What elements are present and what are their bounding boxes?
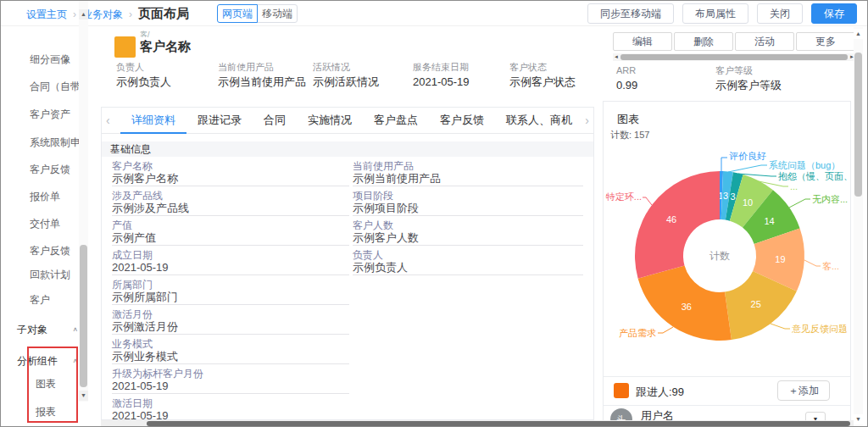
- detail-panel: ‹ 详细资料跟进记录合同实施情况客户盘点客户反馈联系人、商机 › 基础信息 客户…: [101, 107, 594, 420]
- sidebar-item[interactable]: 客户: [30, 291, 79, 308]
- breadcrumb-link[interactable]: 业务对象: [82, 8, 123, 20]
- form-field-value: 示例客户名称: [112, 172, 349, 186]
- chart-center-label: 计数: [709, 250, 730, 262]
- record-action-button-3[interactable]: 更多: [796, 32, 855, 51]
- record-avatar: [114, 36, 136, 58]
- view-toggle-mobile[interactable]: 移动端: [257, 4, 298, 23]
- top-action-button-1[interactable]: 布局属性: [682, 3, 748, 24]
- card-horizontal-scrollbar[interactable]: ◄ ►: [613, 53, 855, 61]
- follow-up-icon: [614, 383, 629, 398]
- form-field-label: 负责人: [353, 249, 583, 261]
- label-leader-line: [728, 165, 767, 172]
- tab-2[interactable]: 合同: [253, 108, 297, 134]
- record-action-button-0[interactable]: 编辑: [613, 32, 672, 51]
- sidebar-item[interactable]: 细分画像: [30, 51, 79, 68]
- label-leader-line: [658, 327, 673, 333]
- sidebar-item[interactable]: 系统限制申请明细: [30, 134, 79, 151]
- sidebar-item[interactable]: 客户资产: [30, 106, 79, 123]
- segment-value: 19: [775, 254, 785, 264]
- chart-segment-label: 特定环...: [604, 191, 642, 202]
- form-field: 涉及产品线示例涉及产品线: [112, 190, 349, 216]
- segment-value: 36: [682, 302, 692, 312]
- form-field-label: 激活月份: [112, 308, 349, 320]
- main-scrollbar-thumb[interactable]: [854, 53, 862, 197]
- card-field: 活跃情况示例活跃情况: [313, 61, 379, 90]
- bottom-horizontal-scrollbar[interactable]: [101, 420, 854, 427]
- sidebar-item[interactable]: 客户反馈: [30, 242, 79, 259]
- form-field-value: 示例产值: [112, 231, 349, 245]
- scroll-left-icon[interactable]: ◄: [613, 53, 620, 61]
- section-title: 基础信息: [102, 141, 593, 157]
- scroll-down-icon[interactable]: ▼: [79, 391, 88, 401]
- record-action-button-2[interactable]: 活动: [735, 32, 794, 51]
- form-field: 负责人示例负责人: [353, 249, 583, 275]
- tab-bar: ‹ 详细资料跟进记录合同实施情况客户盘点客户反馈联系人、商机 ›: [102, 108, 593, 134]
- form-field-label: 产值: [112, 219, 349, 231]
- tabs-scroll-right-icon[interactable]: ›: [585, 108, 589, 134]
- tab-6[interactable]: 联系人、商机: [495, 108, 583, 134]
- tab-0[interactable]: 详细资料: [120, 108, 186, 134]
- tab-3[interactable]: 实施情况: [297, 108, 363, 134]
- form-field-value: 示例当前使用产品: [353, 172, 583, 186]
- tabs-scroll-left-icon[interactable]: ‹: [106, 108, 110, 134]
- field-value: 示例当前使用产品: [218, 75, 306, 90]
- form-field-label: 项目阶段: [353, 190, 583, 202]
- donut-chart[interactable]: 133101419253646计数 评价良好系统问题（bug）抱怨（慢、页面、.…: [604, 144, 851, 390]
- card-field: 当前使用产品示例当前使用产品: [218, 61, 306, 90]
- form-field-value: 示例激活月份: [112, 320, 349, 334]
- main-scrollbar[interactable]: ▲ ▼: [854, 27, 863, 426]
- scroll-down-icon[interactable]: ▼: [854, 414, 863, 424]
- sidebar-item[interactable]: 交付单: [30, 215, 79, 232]
- sidebar-item[interactable]: 报价单: [30, 188, 79, 205]
- sidebar-section-1[interactable]: 分析组件∧: [17, 352, 78, 369]
- sidebar: 细分画像合同（自带）客户资产系统限制申请明细客户反馈报价单交付单客户反馈回款计划…: [2, 26, 90, 427]
- top-action-button-0[interactable]: 同步至移动端: [587, 3, 674, 24]
- chart-count: 计数: 157: [610, 129, 649, 141]
- form-field: 激活日期2021-05-19: [112, 397, 349, 420]
- form-field-value: 示例客户人数: [353, 231, 583, 245]
- card-scrollbar-thumb[interactable]: [620, 54, 848, 60]
- sidebar-item[interactable]: 客户反馈: [30, 161, 79, 178]
- sidebar-scrollbar[interactable]: ▲ ▼: [79, 1, 88, 402]
- page-layout-editor: 设置主页›业务对象›页面布局 网页端移动端 同步至移动端布局属性关闭保存 细分画…: [0, 0, 868, 427]
- card-field: 服务结束日期2021-05-19: [413, 61, 470, 90]
- field-value: 示例活跃情况: [313, 75, 379, 90]
- sidebar-subitem[interactable]: 图表: [36, 375, 78, 392]
- form-field-label: 升级为标杆客户月份: [112, 368, 349, 380]
- tab-4[interactable]: 客户盘点: [363, 108, 429, 134]
- breadcrumb-current: 页面布局: [138, 6, 189, 20]
- donut-segment-8[interactable]: [635, 171, 720, 279]
- form-field-value: 示例涉及产品线: [112, 202, 349, 215]
- add-follower-button[interactable]: ＋添加: [777, 380, 830, 401]
- scroll-up-icon[interactable]: ▲: [79, 9, 88, 19]
- top-action-button-2[interactable]: 关闭: [757, 3, 803, 24]
- tab-1[interactable]: 跟进记录: [186, 108, 253, 134]
- form-field-value: 2021-05-19: [112, 380, 349, 393]
- divider: [604, 405, 850, 406]
- form-field: 客户人数示例客户人数: [353, 219, 583, 246]
- caret-up-icon: ∧: [72, 323, 78, 336]
- chart-title: 图表: [617, 112, 639, 127]
- tab-5[interactable]: 客户反馈: [429, 108, 495, 134]
- form-field: 成立日期2021-05-19: [112, 249, 349, 275]
- divider: [604, 376, 850, 377]
- form-field-label: 客户人数: [353, 219, 583, 231]
- view-toggle-web[interactable]: 网页端: [217, 4, 258, 23]
- segment-value: 25: [751, 299, 761, 309]
- sidebar-item[interactable]: 合同（自带）: [30, 78, 79, 95]
- chart-segment-label: 客...: [822, 261, 839, 271]
- chart-segment-label: 产品需求: [615, 328, 656, 338]
- top-action-button-3[interactable]: 保存: [811, 3, 857, 24]
- record-title: 客户名称: [140, 39, 191, 55]
- segment-value: 46: [666, 214, 676, 225]
- sidebar-subitem[interactable]: 报表: [36, 403, 78, 420]
- breadcrumb-link[interactable]: 设置主页: [26, 8, 67, 20]
- sidebar-item[interactable]: 回款计划: [30, 266, 79, 283]
- bottom-scrollbar-thumb[interactable]: [147, 421, 850, 426]
- record-action-button-1[interactable]: 删除: [674, 32, 733, 51]
- label-leader-line: [771, 324, 790, 329]
- scroll-up-icon[interactable]: ▲: [854, 29, 863, 39]
- sidebar-scrollbar-thumb[interactable]: [80, 245, 87, 387]
- sidebar-section-0[interactable]: 子对象∧: [17, 321, 78, 338]
- field-value: 0.99: [616, 78, 637, 93]
